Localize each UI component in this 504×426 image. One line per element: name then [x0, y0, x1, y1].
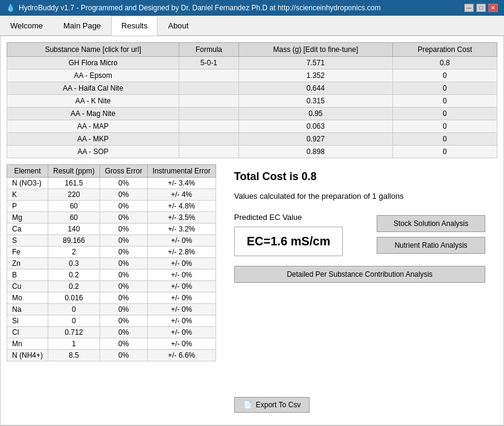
element-cell-result: 0	[48, 315, 100, 327]
window-controls: — □ ✕	[464, 4, 498, 12]
element-cell-gross: 0%	[100, 338, 147, 350]
element-row: Mn10%+/- 0%	[7, 338, 216, 350]
element-cell-gross: 0%	[100, 235, 147, 247]
element-col-header: Gross Error	[100, 165, 147, 178]
element-cell-gross: 0%	[100, 350, 147, 361]
substance-cell-name[interactable]: AA - MKP	[7, 133, 179, 146]
element-row: Cu0.20%+/- 0%	[7, 281, 216, 292]
minimize-button[interactable]: —	[464, 4, 474, 12]
element-col-header: Result (ppm)	[48, 165, 100, 178]
substance-cell-name[interactable]: AA - Haifa Cal Nite	[7, 82, 179, 95]
bottom-section: ElementResult (ppm)Gross ErrorInstrument…	[7, 164, 497, 419]
substance-cell-name[interactable]: AA - SOP	[7, 146, 179, 158]
element-cell-element: P	[7, 201, 48, 212]
element-cell-result: 220	[48, 189, 100, 201]
element-cell-element: N (NO3-)	[7, 178, 48, 189]
substance-row: GH Flora Micro5-0-17.5710.8	[7, 57, 497, 69]
element-cell-gross: 0%	[100, 258, 147, 269]
substance-cell-name[interactable]: AA - Mag Nite	[7, 108, 179, 120]
element-cell-result: 0.016	[48, 292, 100, 304]
ec-and-buttons-section: Predicted EC Value EC=1.6 mS/cm Stock So…	[234, 213, 485, 256]
stock-solution-button[interactable]: Stock Solution Analysis	[377, 215, 485, 232]
substance-cell-cost: 0	[392, 82, 497, 95]
substance-cell-mass: 0.898	[238, 146, 392, 158]
element-cell-instrumental: +/- 3.4%	[147, 178, 215, 189]
substance-cell-name[interactable]: AA - MAP	[7, 120, 179, 133]
detailed-analysis-button[interactable]: Detailed Per Substance Contribution Anal…	[234, 266, 485, 283]
maximize-button[interactable]: □	[476, 4, 486, 12]
element-cell-element: B	[7, 269, 48, 281]
element-cell-element: N (NH4+)	[7, 350, 48, 361]
menu-bar: Welcome Main Page Results About	[0, 16, 504, 36]
element-cell-instrumental: +/- 0%	[147, 235, 215, 247]
substance-cell-formula	[179, 69, 239, 82]
main-content: Substance Name [click for url]FormulaMas…	[0, 36, 504, 425]
substance-row: AA - Haifa Cal Nite0.6440	[7, 82, 497, 95]
element-cell-gross: 0%	[100, 292, 147, 304]
element-cell-gross: 0%	[100, 304, 147, 315]
element-row: Zn0.30%+/- 0%	[7, 258, 216, 269]
right-buttons: Stock Solution Analysis Nutrient Ratio A…	[377, 215, 485, 254]
element-table-wrapper: ElementResult (ppm)Gross ErrorInstrument…	[7, 164, 216, 419]
substance-cell-mass: 0.315	[238, 95, 392, 108]
substance-cell-cost: 0	[392, 120, 497, 133]
substance-cell-cost: 0	[392, 133, 497, 146]
element-cell-element: K	[7, 189, 48, 201]
element-cell-element: Mo	[7, 292, 48, 304]
substance-cell-name[interactable]: GH Flora Micro	[7, 57, 179, 69]
element-cell-element: Cu	[7, 281, 48, 292]
export-section: 📄 Export To Csv	[234, 397, 485, 413]
right-panel: Total Cost is 0.8 Values calculated for …	[222, 164, 497, 419]
element-cell-gross: 0%	[100, 269, 147, 281]
element-cell-instrumental: +/- 0%	[147, 258, 215, 269]
element-row: Mg600%+/- 3.5%	[7, 212, 216, 224]
substance-row: AA - Mag Nite0.950	[7, 108, 497, 120]
element-cell-instrumental: +/- 0%	[147, 315, 215, 327]
export-csv-button[interactable]: 📄 Export To Csv	[234, 397, 310, 413]
tab-main[interactable]: Main Page	[53, 16, 111, 35]
tab-results[interactable]: Results	[111, 16, 158, 36]
element-cell-result: 0.3	[48, 258, 100, 269]
substance-row: AA - Epsom1.3520	[7, 69, 497, 82]
close-button[interactable]: ✕	[488, 4, 498, 12]
element-cell-result: 2	[48, 247, 100, 258]
element-cell-instrumental: +/- 4%	[147, 189, 215, 201]
substance-cell-mass: 1.352	[238, 69, 392, 82]
ec-value: EC=1.6 mS/cm	[234, 227, 343, 256]
element-cell-gross: 0%	[100, 247, 147, 258]
app-icon: 💧	[6, 4, 15, 12]
substance-cell-name[interactable]: AA - K Nite	[7, 95, 179, 108]
element-cell-instrumental: +/- 0%	[147, 269, 215, 281]
element-row: Mo0.0160%+/- 0%	[7, 292, 216, 304]
element-cell-instrumental: +/- 4.8%	[147, 201, 215, 212]
element-row: B0.20%+/- 0%	[7, 269, 216, 281]
substance-cell-formula	[179, 133, 239, 146]
substance-row: AA - SOP0.8980	[7, 146, 497, 158]
substance-cell-formula	[179, 146, 239, 158]
element-col-header: Instrumental Error	[147, 165, 215, 178]
element-cell-element: Mg	[7, 212, 48, 224]
export-label: Export To Csv	[256, 401, 301, 409]
element-cell-gross: 0%	[100, 224, 147, 235]
element-cell-gross: 0%	[100, 201, 147, 212]
tab-welcome[interactable]: Welcome	[0, 16, 53, 35]
element-cell-gross: 0%	[100, 178, 147, 189]
substance-cell-mass: 0.95	[238, 108, 392, 120]
element-cell-result: 140	[48, 224, 100, 235]
element-cell-gross: 0%	[100, 281, 147, 292]
element-row: N (NO3-)161.50%+/- 3.4%	[7, 178, 216, 189]
element-cell-gross: 0%	[100, 315, 147, 327]
values-text: Values calculated for the preparation of…	[234, 192, 485, 201]
substance-cell-formula: 5-0-1	[179, 57, 239, 69]
nutrient-ratio-button[interactable]: Nutrient Ratio Analysis	[377, 237, 485, 254]
substance-cell-cost: 0	[392, 108, 497, 120]
element-row: P600%+/- 4.8%	[7, 201, 216, 212]
substance-cell-name[interactable]: AA - Epsom	[7, 69, 179, 82]
element-cell-instrumental: +/- 0%	[147, 281, 215, 292]
substance-cell-formula	[179, 82, 239, 95]
element-cell-result: 161.5	[48, 178, 100, 189]
substance-cell-cost: 0	[392, 69, 497, 82]
element-row: Si00%+/- 0%	[7, 315, 216, 327]
element-cell-result: 60	[48, 201, 100, 212]
tab-about[interactable]: About	[158, 16, 199, 35]
